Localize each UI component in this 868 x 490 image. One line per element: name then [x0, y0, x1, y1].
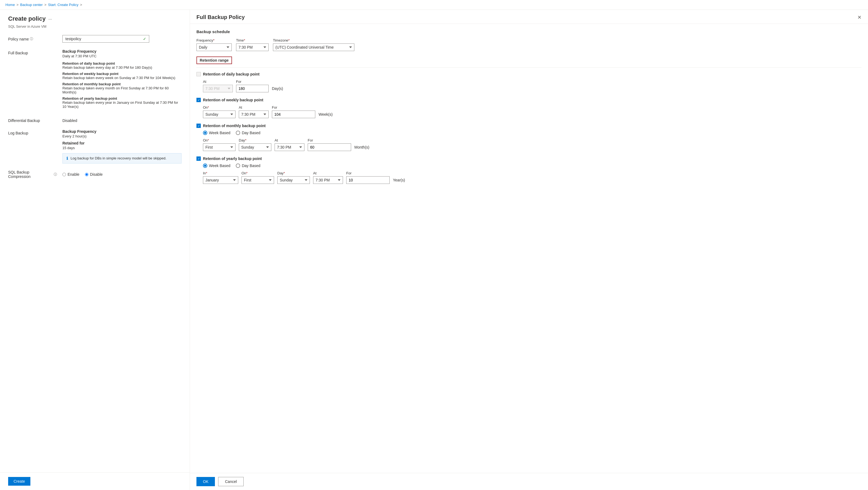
timezone-select[interactable]: (UTC) Coordinated Universal Time — [273, 44, 354, 51]
retention-daily-desc: Retain backup taken every day at 7:30 PM… — [62, 65, 182, 69]
monthly-day-select[interactable]: Sunday — [239, 143, 271, 151]
full-backup-freq-value: Daily at 7:30 PM UTC — [62, 54, 182, 58]
weekly-retention-checkbox[interactable]: ✓ — [196, 98, 201, 102]
monthly-retention-label: Retention of monthly backup point — [203, 123, 266, 128]
yearly-day-select[interactable]: Sunday — [277, 176, 310, 184]
weekly-for-label: For — [272, 106, 315, 110]
monthly-day-label: Day* — [239, 138, 271, 142]
breadcrumb-start[interactable]: Start: Create Policy — [48, 3, 79, 7]
close-button[interactable]: ✕ — [858, 15, 862, 20]
weekly-for-input[interactable] — [272, 111, 315, 118]
monthly-day-based-radio[interactable]: Day Based — [236, 131, 260, 135]
weekly-on-select[interactable]: Sunday — [203, 111, 236, 118]
log-backup-info-box: ℹ Log backup for DBs in simple recovery … — [62, 153, 182, 164]
frequency-select[interactable]: Daily — [196, 44, 232, 51]
log-backup-info-text: Log backup for DBs in simple recovery mo… — [70, 156, 166, 160]
yearly-in-label: In* — [203, 171, 238, 175]
yearly-day-based-radio[interactable]: Day Based — [236, 164, 260, 168]
frequency-field-group: Frequency* Daily — [196, 38, 232, 51]
yearly-at-select[interactable]: 7:30 PM — [313, 176, 343, 184]
monthly-week-based-radio[interactable]: Week Based — [203, 131, 230, 135]
differential-backup-value: Disabled — [62, 117, 77, 123]
monthly-retention-checkbox[interactable]: ✓ — [196, 123, 201, 128]
frequency-label: Frequency* — [196, 38, 232, 42]
retention-monthly-desc: Retain backup taken every month on First… — [62, 86, 182, 94]
breadcrumb-sep2: > — [44, 3, 46, 7]
yearly-retention-checkbox[interactable]: ✓ — [196, 156, 201, 161]
yearly-for-label: For — [346, 171, 390, 175]
sql-compression-enable[interactable]: Enable — [62, 172, 80, 177]
weekly-retention-section: ✓ Retention of weekly backup point On* S… — [196, 98, 862, 118]
daily-at-select[interactable]: 7:30 PM — [203, 85, 233, 92]
daily-retention-checkbox[interactable] — [196, 72, 201, 76]
retention-weekly-desc: Retain backup taken every week on Sunday… — [62, 76, 182, 80]
breadcrumb: Home > Backup center > Start: Create Pol… — [0, 0, 868, 10]
weekly-at-label: At — [239, 106, 269, 110]
full-backup-freq-label: Backup Frequency — [62, 49, 182, 54]
info-icon: ℹ — [66, 156, 68, 161]
time-select[interactable]: 7:30 PM — [236, 44, 269, 51]
full-backup-label: Full Backup — [8, 49, 57, 55]
breadcrumb-backup-center[interactable]: Backup center — [20, 3, 42, 7]
monthly-for-label: For — [308, 138, 351, 142]
yearly-for-input[interactable] — [346, 176, 390, 184]
breadcrumb-sep3: > — [80, 3, 82, 7]
timezone-field-group: Timezone* (UTC) Coordinated Universal Ti… — [273, 38, 354, 51]
weekly-retention-label: Retention of weekly backup point — [203, 98, 263, 102]
log-backup-details: Backup Frequency Every 2 hour(s) Retaine… — [62, 129, 182, 164]
retention-range-label: Retention range — [196, 57, 232, 64]
cancel-button[interactable]: Cancel — [218, 477, 244, 486]
yearly-on-select[interactable]: First — [242, 176, 274, 184]
ok-button[interactable]: OK — [196, 477, 215, 486]
create-button[interactable]: Create — [8, 477, 30, 486]
monthly-at-select[interactable]: 7:30 PM — [275, 143, 304, 151]
yearly-day-label: Day* — [277, 171, 310, 175]
log-backup-retained-label: Retained for — [62, 141, 182, 145]
time-label: Time* — [236, 38, 269, 42]
monthly-on-label: On* — [203, 138, 236, 142]
daily-unit-label: Day(s) — [272, 86, 283, 92]
daily-at-label: At — [203, 80, 233, 84]
monthly-for-input[interactable] — [308, 143, 351, 151]
retention-weekly-title: Retention of weekly backup point — [62, 72, 182, 76]
daily-for-input[interactable] — [236, 85, 269, 92]
monthly-at-label: At — [275, 138, 304, 142]
sql-compression-enable-radio[interactable] — [62, 173, 66, 176]
sql-compression-disable[interactable]: Disable — [85, 172, 103, 177]
yearly-at-label: At — [313, 171, 343, 175]
yearly-on-label: On* — [242, 171, 274, 175]
weekly-at-select[interactable]: 7:30 PM — [239, 111, 269, 118]
policy-name-info-icon[interactable]: ⓘ — [30, 37, 33, 41]
time-field-group: Time* 7:30 PM — [236, 38, 269, 51]
full-backup-details: Backup Frequency Daily at 7:30 PM UTC Re… — [62, 49, 182, 111]
breadcrumb-home[interactable]: Home — [5, 3, 15, 7]
monthly-on-select[interactable]: First — [203, 143, 236, 151]
yearly-retention-label: Retention of yearly backup point — [203, 156, 262, 161]
yearly-week-based-radio[interactable]: Week Based — [203, 164, 230, 168]
retention-yearly-desc: Retain backup taken every year in Januar… — [62, 100, 182, 109]
log-backup-label: Log Backup — [8, 129, 57, 135]
sql-compression-info-icon[interactable]: ⓘ — [54, 172, 57, 177]
daily-retention-label: Retention of daily backup point — [203, 72, 259, 76]
yearly-unit-label: Year(s) — [393, 178, 405, 184]
retention-monthly-title: Retention of monthly backup point — [62, 82, 182, 86]
monthly-unit-label: Month(s) — [354, 145, 369, 151]
time-required: * — [244, 38, 245, 42]
more-options-icon[interactable]: ··· — [48, 17, 52, 22]
sql-compression-disable-radio[interactable] — [85, 173, 89, 176]
yearly-in-select[interactable]: January — [203, 176, 238, 184]
retention-yearly-title: Retention of yearly backup point — [62, 96, 182, 100]
log-backup-retained-value: 15 days — [62, 146, 182, 150]
daily-for-label: For — [236, 80, 269, 84]
retention-daily-title: Retention of daily backup point — [62, 61, 182, 65]
right-panel-title: Full Backup Policy — [196, 14, 245, 20]
backup-schedule-heading: Backup schedule — [196, 29, 862, 34]
sql-compression-radio-group: Enable Disable — [62, 172, 102, 177]
page-title: Create policy — [8, 15, 45, 22]
frequency-required: * — [213, 38, 214, 42]
timezone-required: * — [288, 38, 290, 42]
monthly-retention-section: ✓ Retention of monthly backup point Week… — [196, 123, 862, 151]
policy-name-input[interactable]: testpolicy ✓ — [62, 35, 149, 42]
daily-retention-section: Retention of daily backup point At 7:30 … — [196, 72, 862, 92]
log-backup-freq-value: Every 2 hour(s) — [62, 134, 182, 138]
